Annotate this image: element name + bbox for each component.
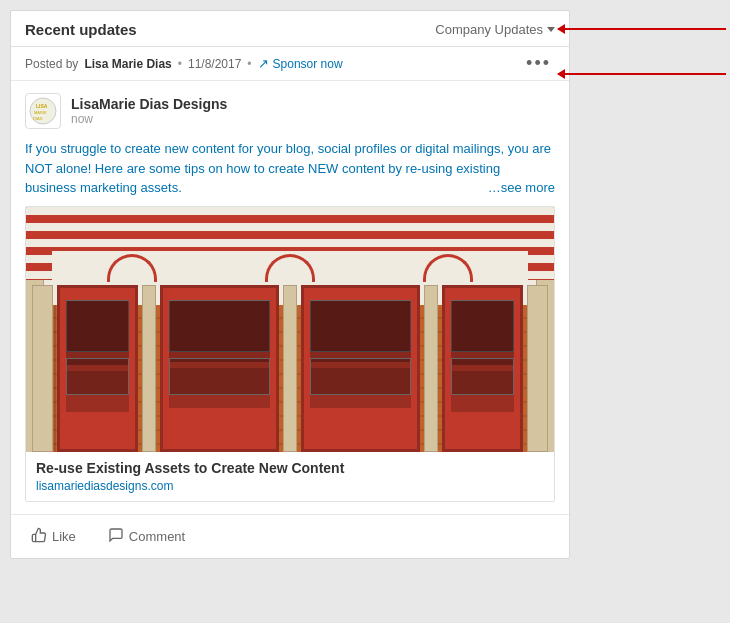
svg-text:LISA: LISA — [36, 103, 48, 109]
posted-by-label: Posted by — [25, 57, 78, 71]
post-body: LISA MARIE DIAS LisaMarie Dias Designs n… — [11, 81, 569, 514]
link-preview-text-area: Re-use Existing Assets to Create New Con… — [26, 452, 554, 501]
author-display-name: LisaMarie Dias Designs — [71, 96, 227, 112]
sponsor-label: Sponsor now — [273, 57, 343, 71]
svg-text:MARIE: MARIE — [34, 110, 47, 115]
comment-icon — [108, 527, 124, 546]
like-icon — [31, 527, 47, 546]
link-preview-title: Re-use Existing Assets to Create New Con… — [36, 460, 544, 476]
recent-updates-card: Recent updates Company Updates Posted by… — [10, 10, 570, 559]
post-image — [26, 207, 554, 452]
comment-label: Comment — [129, 529, 185, 544]
company-updates-dropdown[interactable]: Company Updates — [435, 22, 555, 37]
post-date: 11/8/2017 — [188, 57, 241, 71]
company-logo-icon: LISA MARIE DIAS — [28, 96, 58, 126]
dropdown-arrow-icon — [547, 27, 555, 32]
comment-button[interactable]: Comment — [102, 523, 191, 550]
more-options-button[interactable]: ••• — [522, 53, 555, 74]
dot-separator-1: • — [178, 57, 182, 71]
trending-icon: ↗ — [258, 56, 269, 71]
like-label: Like — [52, 529, 76, 544]
meta-bar: Posted by Lisa Marie Dias • 11/8/2017 • … — [11, 47, 569, 81]
meta-info: Posted by Lisa Marie Dias • 11/8/2017 • … — [25, 56, 343, 71]
card-header: Recent updates Company Updates — [11, 11, 569, 47]
author-row: LISA MARIE DIAS LisaMarie Dias Designs n… — [25, 93, 555, 129]
avatar: LISA MARIE DIAS — [25, 93, 61, 129]
post-body-text: If you struggle to create new content fo… — [25, 141, 551, 195]
card-title: Recent updates — [25, 21, 137, 38]
see-more-link[interactable]: …see more — [488, 180, 555, 195]
post-text: If you struggle to create new content fo… — [25, 139, 555, 198]
post-time: now — [71, 112, 227, 126]
svg-text:DIAS: DIAS — [33, 116, 43, 121]
sponsor-now-link[interactable]: ↗ Sponsor now — [258, 56, 343, 71]
author-name: Lisa Marie Dias — [84, 57, 171, 71]
link-preview[interactable]: Re-use Existing Assets to Create New Con… — [25, 206, 555, 502]
post-actions: Like Comment — [11, 514, 569, 558]
author-info: LisaMarie Dias Designs now — [71, 96, 227, 126]
link-preview-url: lisamariediasdesigns.com — [36, 479, 544, 493]
dot-separator-2: • — [247, 57, 251, 71]
company-updates-label: Company Updates — [435, 22, 543, 37]
like-button[interactable]: Like — [25, 523, 82, 550]
